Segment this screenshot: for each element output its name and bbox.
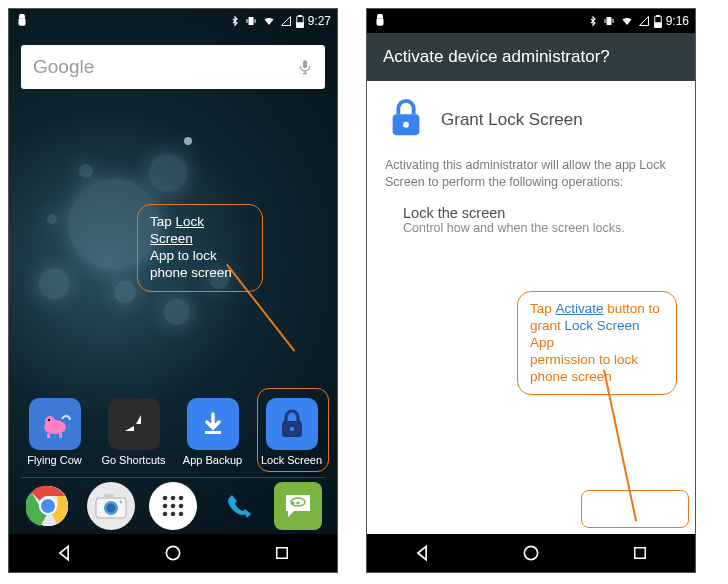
nav-back[interactable] xyxy=(53,542,75,564)
svg-rect-41 xyxy=(606,17,611,25)
app-go-shortcuts[interactable]: Go Shortcuts xyxy=(98,398,170,466)
svg-point-13 xyxy=(47,419,49,421)
svg-point-29 xyxy=(163,504,168,509)
svg-rect-11 xyxy=(47,433,50,438)
app-drawer-icon[interactable] xyxy=(149,482,197,530)
svg-rect-12 xyxy=(59,433,62,438)
operation-desc: Control how and when the screen locks. xyxy=(403,221,677,235)
battery-icon xyxy=(654,15,662,28)
app-backup-icon xyxy=(187,398,239,450)
svg-rect-14 xyxy=(205,431,221,434)
admin-app-name: Grant Lock Screen xyxy=(441,110,583,130)
lock-icon xyxy=(385,97,427,143)
svg-rect-43 xyxy=(612,19,613,23)
svg-point-48 xyxy=(403,122,409,128)
admin-description: Activating this administrator will allow… xyxy=(385,157,677,191)
svg-rect-6 xyxy=(298,15,301,16)
google-search-bar[interactable]: Google xyxy=(21,45,325,89)
nav-home[interactable] xyxy=(162,542,184,564)
nav-back[interactable] xyxy=(411,542,433,564)
highlight-activate xyxy=(581,490,689,528)
dock xyxy=(9,482,337,530)
go-shortcuts-icon xyxy=(108,398,160,450)
svg-rect-3 xyxy=(246,19,247,23)
svg-rect-2 xyxy=(248,17,253,25)
svg-rect-42 xyxy=(604,19,605,23)
svg-rect-46 xyxy=(654,22,661,27)
svg-point-37 xyxy=(166,546,179,559)
statusbar-time: 9:27 xyxy=(308,14,331,28)
android-debug-icon xyxy=(373,14,387,28)
svg-point-20 xyxy=(41,499,55,513)
svg-point-27 xyxy=(171,496,176,501)
phone-home: 9:27 Google Tap Lock Screen App to lock … xyxy=(8,8,338,573)
dialog-title: Activate device administrator? xyxy=(367,33,695,81)
svg-point-31 xyxy=(179,504,184,509)
svg-point-30 xyxy=(171,504,176,509)
svg-point-34 xyxy=(179,512,184,517)
nav-home[interactable] xyxy=(520,542,542,564)
battery-icon xyxy=(296,15,304,28)
svg-point-26 xyxy=(163,496,168,501)
svg-point-24 xyxy=(106,504,115,513)
camera-icon[interactable] xyxy=(87,482,135,530)
search-placeholder: Google xyxy=(33,56,94,78)
admin-body: Grant Lock Screen Activating this admini… xyxy=(367,81,695,514)
phone-icon[interactable] xyxy=(211,482,259,530)
svg-point-36 xyxy=(296,501,299,504)
signal-empty-icon xyxy=(638,15,650,27)
svg-rect-7 xyxy=(296,22,303,27)
highlight-lock-screen xyxy=(257,388,329,472)
vibrate-icon xyxy=(244,15,258,27)
home-divider xyxy=(21,477,325,478)
callout-tap-activate: Tap Activate button to grant Lock Screen… xyxy=(517,291,677,395)
svg-rect-8 xyxy=(303,60,307,68)
operation-title: Lock the screen xyxy=(403,205,677,221)
app-label: App Backup xyxy=(183,454,242,466)
flying-cow-icon xyxy=(29,398,81,450)
bluetooth-icon xyxy=(588,14,598,28)
svg-point-10 xyxy=(45,416,55,426)
nav-recents[interactable] xyxy=(271,542,293,564)
svg-rect-4 xyxy=(254,19,255,23)
mic-icon[interactable] xyxy=(297,56,313,78)
wifi-icon xyxy=(262,15,276,27)
svg-rect-22 xyxy=(104,494,114,499)
callout-tap-lock-screen: Tap Lock Screen App to lock phone screen xyxy=(137,204,263,292)
vibrate-icon xyxy=(602,15,616,27)
app-app-backup[interactable]: App Backup xyxy=(177,398,249,466)
signal-empty-icon xyxy=(280,15,292,27)
svg-rect-38 xyxy=(277,548,288,559)
svg-point-49 xyxy=(524,546,537,559)
app-flying-cow[interactable]: Flying Cow xyxy=(19,398,91,466)
nav-recents[interactable] xyxy=(629,542,651,564)
navbar xyxy=(9,534,337,572)
svg-point-32 xyxy=(163,512,168,517)
operation: Lock the screen Control how and when the… xyxy=(403,205,677,235)
app-label: Go Shortcuts xyxy=(101,454,165,466)
statusbar: 9:16 xyxy=(367,9,695,33)
statusbar: 9:27 xyxy=(9,9,337,33)
svg-rect-50 xyxy=(635,548,646,559)
bluetooth-icon xyxy=(230,14,240,28)
svg-point-28 xyxy=(179,496,184,501)
wifi-icon xyxy=(620,15,634,27)
statusbar-time: 9:16 xyxy=(666,14,689,28)
phone-device-admin: 9:16 Activate device administrator? Gran… xyxy=(366,8,696,573)
svg-rect-45 xyxy=(656,15,659,16)
android-debug-icon xyxy=(15,14,29,28)
messages-icon[interactable] xyxy=(274,482,322,530)
chrome-icon[interactable] xyxy=(24,482,72,530)
svg-point-33 xyxy=(171,512,176,517)
svg-point-25 xyxy=(119,501,122,504)
navbar xyxy=(367,534,695,572)
app-label: Flying Cow xyxy=(27,454,81,466)
